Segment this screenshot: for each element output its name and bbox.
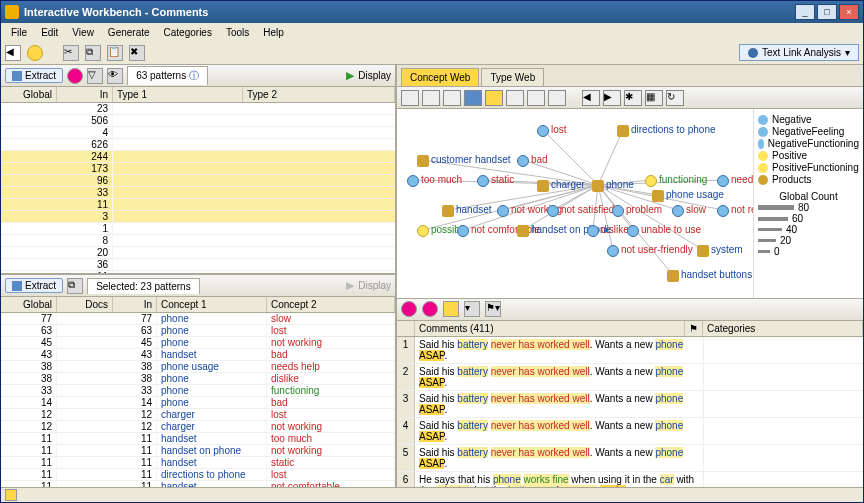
delete-icon[interactable]: ✖ xyxy=(129,45,145,61)
table-row[interactable]: 3838phone usageneeds help xyxy=(1,361,395,373)
docs-body[interactable]: 1Said his battery never has worked well.… xyxy=(397,337,863,488)
tab-type-web[interactable]: Type Web xyxy=(481,68,544,86)
menu-tools[interactable]: Tools xyxy=(220,26,255,39)
doc-row[interactable]: 2Said his battery never has worked well.… xyxy=(397,364,863,391)
table-row[interactable]: 1212chargernot working xyxy=(1,421,395,433)
save-icon[interactable] xyxy=(401,90,419,106)
graph-node[interactable]: unable to use xyxy=(627,224,701,237)
graph-icon[interactable]: ✱ xyxy=(624,90,642,106)
tool2-icon[interactable] xyxy=(485,90,503,106)
menu-help[interactable]: Help xyxy=(257,26,290,39)
table-row[interactable]: 3333phonefunctioning xyxy=(1,385,395,397)
graph-node[interactable]: system xyxy=(697,244,743,257)
copy-icon[interactable] xyxy=(422,90,440,106)
table-row[interactable]: 33 xyxy=(1,187,395,199)
menu-edit[interactable]: Edit xyxy=(35,26,64,39)
table-row[interactable]: 173 xyxy=(1,163,395,175)
graph-node[interactable]: not user-friendly xyxy=(607,244,693,257)
graph-node[interactable]: not satisfied xyxy=(547,204,614,217)
table-row[interactable]: 1212chargerlost xyxy=(1,409,395,421)
concept-web-canvas[interactable]: lostdirections to phonecustomer handsetb… xyxy=(397,109,753,298)
refresh-icon[interactable]: ↻ xyxy=(666,90,684,106)
menu-view[interactable]: View xyxy=(66,26,100,39)
table-row[interactable]: 4343handsetbad xyxy=(1,349,395,361)
zoom-icon[interactable] xyxy=(527,90,545,106)
doc-icon3[interactable] xyxy=(443,301,459,317)
funnel-icon[interactable]: ▽ xyxy=(87,68,103,84)
layout-icon[interactable] xyxy=(548,90,566,106)
graph-node[interactable]: bad xyxy=(517,154,548,167)
table-row[interactable]: 8 xyxy=(1,235,395,247)
table-row[interactable]: 23 xyxy=(1,103,395,115)
graph-node[interactable]: problem xyxy=(612,204,662,217)
table-row[interactable]: 626 xyxy=(1,139,395,151)
analysis-dropdown[interactable]: Text Link Analysis ▾ xyxy=(739,44,859,61)
table-row[interactable]: 4 xyxy=(1,127,395,139)
graph-node[interactable]: dislike xyxy=(587,224,629,237)
table-row[interactable]: 506 xyxy=(1,115,395,127)
table-row[interactable]: 20 xyxy=(1,247,395,259)
doc-row[interactable]: 4Said his battery never has worked well.… xyxy=(397,418,863,445)
graph-node[interactable]: phone usage xyxy=(652,189,724,202)
nav-right-icon[interactable]: ▶ xyxy=(603,90,621,106)
print-icon[interactable] xyxy=(443,90,461,106)
table-row[interactable]: 36 xyxy=(1,259,395,271)
menu-categories[interactable]: Categories xyxy=(158,26,218,39)
graph-node[interactable]: phone xyxy=(592,179,634,192)
table-row[interactable]: 96 xyxy=(1,175,395,187)
graph-node[interactable]: charger xyxy=(537,179,585,192)
table-row[interactable]: 1111handsettoo much xyxy=(1,433,395,445)
extract-button[interactable]: Extract xyxy=(5,68,63,83)
table-row[interactable]: 3838phonedislike xyxy=(1,373,395,385)
selected-filter[interactable]: Selected: 23 patterns xyxy=(87,278,200,294)
doc-icon2[interactable] xyxy=(422,301,438,317)
table-row[interactable]: 1111directions to phonelost xyxy=(1,469,395,481)
eye-icon[interactable]: 👁 xyxy=(107,68,123,84)
menu-generate[interactable]: Generate xyxy=(102,26,156,39)
table-row[interactable]: 1414phonebad xyxy=(1,397,395,409)
bottom-table-body[interactable]: 7777phoneslow6363phonelost4545phonenot w… xyxy=(1,313,395,487)
display-button-2[interactable]: Display xyxy=(358,280,391,291)
copy-icon[interactable]: ⧉ xyxy=(67,278,83,294)
minimize-button[interactable]: _ xyxy=(795,4,815,20)
doc-row[interactable]: 6He says that his phone works fine when … xyxy=(397,472,863,488)
table-row[interactable]: 1111handsetstatic xyxy=(1,457,395,469)
table-row[interactable]: 1 xyxy=(1,223,395,235)
graph-node[interactable]: handset xyxy=(442,204,492,217)
table-row[interactable]: 6363phonelost xyxy=(1,325,395,337)
table-row[interactable]: 3 xyxy=(1,211,395,223)
top-table-body[interactable]: 23506462624417396331131820361111132214 xyxy=(1,103,395,273)
flag-icon[interactable]: ⚑▾ xyxy=(485,301,501,317)
graph-node[interactable]: directions to phone xyxy=(617,124,716,137)
menu-file[interactable]: File xyxy=(5,26,33,39)
doc-row[interactable]: 1Said his battery never has worked well.… xyxy=(397,337,863,364)
bulb-icon[interactable] xyxy=(27,45,43,61)
tool3-icon[interactable] xyxy=(506,90,524,106)
doc-row[interactable]: 3Said his battery never has worked well.… xyxy=(397,391,863,418)
patterns-filter[interactable]: 63 patterns ⓘ xyxy=(127,66,208,85)
graph-node[interactable]: static xyxy=(477,174,514,187)
graph-node[interactable]: slow xyxy=(672,204,706,217)
display-button[interactable]: Display xyxy=(358,70,391,81)
graph-node[interactable]: handset buttons xyxy=(667,269,752,282)
doc-row[interactable]: 5Said his battery never has worked well.… xyxy=(397,445,863,472)
grid-icon[interactable]: ▦ xyxy=(645,90,663,106)
table-row[interactable]: 11 xyxy=(1,271,395,273)
table-row[interactable]: 11 xyxy=(1,199,395,211)
copy-icon[interactable]: ⧉ xyxy=(85,45,101,61)
graph-node[interactable]: functioning xyxy=(645,174,707,187)
graph-node[interactable]: needs help xyxy=(717,174,753,187)
paste-icon[interactable]: 📋 xyxy=(107,45,123,61)
cut-icon[interactable]: ✂ xyxy=(63,45,79,61)
graph-node[interactable]: too much xyxy=(407,174,462,187)
table-row[interactable]: 4545phonenot working xyxy=(1,337,395,349)
maximize-button[interactable]: □ xyxy=(817,4,837,20)
nav-left-icon[interactable]: ◀ xyxy=(582,90,600,106)
graph-node[interactable]: not reliable xyxy=(717,204,753,217)
doc-icon1[interactable] xyxy=(401,301,417,317)
tab-concept-web[interactable]: Concept Web xyxy=(401,68,479,86)
filter-icon[interactable] xyxy=(67,68,83,84)
graph-node[interactable]: customer handset xyxy=(417,154,511,167)
doc-icon4[interactable]: ▾ xyxy=(464,301,480,317)
table-row[interactable]: 7777phoneslow xyxy=(1,313,395,325)
